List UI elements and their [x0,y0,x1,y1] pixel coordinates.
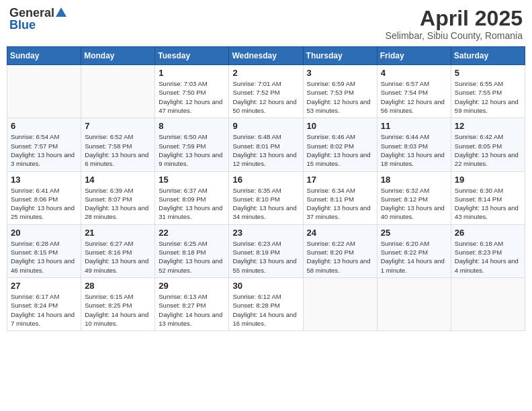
calendar-week-row: 13Sunrise: 6:41 AM Sunset: 8:06 PM Dayli… [7,171,525,224]
calendar-cell: 15Sunrise: 6:37 AM Sunset: 8:09 PM Dayli… [155,171,229,224]
day-number: 11 [381,121,447,131]
calendar-cell: 18Sunrise: 6:32 AM Sunset: 8:12 PM Dayli… [377,171,451,224]
day-detail: Sunrise: 6:48 AM Sunset: 8:01 PM Dayligh… [232,132,299,168]
day-detail: Sunrise: 6:37 AM Sunset: 8:09 PM Dayligh… [159,186,225,222]
day-detail: Sunrise: 6:30 AM Sunset: 8:14 PM Dayligh… [455,186,521,222]
calendar-cell [81,65,155,118]
day-number: 5 [455,68,521,78]
title-area: April 2025 Selimbar, Sibiu County, Roman… [386,7,523,41]
calendar-cell: 6Sunrise: 6:54 AM Sunset: 7:57 PM Daylig… [7,118,81,171]
calendar-cell: 11Sunrise: 6:44 AM Sunset: 8:03 PM Dayli… [377,118,451,171]
day-number: 12 [455,121,521,131]
page-header: General Blue April 2025 Selimbar, Sibiu … [7,7,525,41]
calendar-cell: 17Sunrise: 6:34 AM Sunset: 8:11 PM Dayli… [303,171,377,224]
calendar-cell: 20Sunrise: 6:28 AM Sunset: 8:15 PM Dayli… [7,224,81,277]
day-number: 6 [11,121,77,131]
calendar-table: SundayMondayTuesdayWednesdayThursdayFrid… [7,46,525,331]
day-detail: Sunrise: 6:15 AM Sunset: 8:25 PM Dayligh… [85,292,151,328]
header-day-sunday: Sunday [7,47,81,65]
day-detail: Sunrise: 6:22 AM Sunset: 8:20 PM Dayligh… [307,239,373,275]
calendar-cell: 4Sunrise: 6:57 AM Sunset: 7:54 PM Daylig… [377,65,451,118]
calendar-cell: 23Sunrise: 6:23 AM Sunset: 8:19 PM Dayli… [229,224,303,277]
day-detail: Sunrise: 6:42 AM Sunset: 8:05 PM Dayligh… [455,132,521,168]
calendar-cell: 3Sunrise: 6:59 AM Sunset: 7:53 PM Daylig… [303,65,377,118]
logo-bird-icon [56,7,66,17]
day-detail: Sunrise: 6:28 AM Sunset: 8:15 PM Dayligh… [11,239,77,275]
calendar-cell: 13Sunrise: 6:41 AM Sunset: 8:06 PM Dayli… [7,171,81,224]
day-detail: Sunrise: 6:54 AM Sunset: 7:57 PM Dayligh… [11,132,77,168]
day-number: 26 [455,228,521,238]
day-detail: Sunrise: 6:27 AM Sunset: 8:16 PM Dayligh… [85,239,151,275]
header-day-monday: Monday [81,47,155,65]
header-day-tuesday: Tuesday [155,47,229,65]
day-number: 25 [381,228,447,238]
header-day-saturday: Saturday [451,47,525,65]
day-number: 18 [381,175,447,185]
calendar-cell: 8Sunrise: 6:50 AM Sunset: 7:59 PM Daylig… [155,118,229,171]
day-detail: Sunrise: 6:23 AM Sunset: 8:19 PM Dayligh… [232,239,299,275]
calendar-cell: 27Sunrise: 6:17 AM Sunset: 8:24 PM Dayli… [7,277,81,330]
calendar-cell: 19Sunrise: 6:30 AM Sunset: 8:14 PM Dayli… [451,171,525,224]
calendar-cell: 24Sunrise: 6:22 AM Sunset: 8:20 PM Dayli… [303,224,377,277]
calendar-week-row: 27Sunrise: 6:17 AM Sunset: 8:24 PM Dayli… [7,277,525,330]
day-detail: Sunrise: 6:57 AM Sunset: 7:54 PM Dayligh… [381,79,447,115]
calendar-cell: 26Sunrise: 6:18 AM Sunset: 8:23 PM Dayli… [451,224,525,277]
day-number: 22 [159,228,225,238]
day-number: 15 [159,175,225,185]
day-number: 21 [85,228,151,238]
day-detail: Sunrise: 6:59 AM Sunset: 7:53 PM Dayligh… [307,79,373,115]
day-detail: Sunrise: 6:25 AM Sunset: 8:18 PM Dayligh… [159,239,225,275]
day-detail: Sunrise: 6:34 AM Sunset: 8:11 PM Dayligh… [307,186,373,222]
svg-marker-0 [56,7,66,17]
day-detail: Sunrise: 6:46 AM Sunset: 8:02 PM Dayligh… [307,132,373,168]
day-number: 8 [159,121,225,131]
calendar-header-row: SundayMondayTuesdayWednesdayThursdayFrid… [7,47,525,65]
day-detail: Sunrise: 7:03 AM Sunset: 7:50 PM Dayligh… [159,79,225,115]
day-number: 23 [232,228,299,238]
calendar-cell [377,277,451,330]
calendar-cell: 25Sunrise: 6:20 AM Sunset: 8:22 PM Dayli… [377,224,451,277]
calendar-cell: 7Sunrise: 6:52 AM Sunset: 7:58 PM Daylig… [81,118,155,171]
calendar-cell: 9Sunrise: 6:48 AM Sunset: 8:01 PM Daylig… [229,118,303,171]
calendar-cell [303,277,377,330]
day-detail: Sunrise: 6:13 AM Sunset: 8:27 PM Dayligh… [159,292,225,328]
calendar-subtitle: Selimbar, Sibiu County, Romania [386,30,523,41]
header-day-wednesday: Wednesday [229,47,303,65]
day-detail: Sunrise: 6:44 AM Sunset: 8:03 PM Dayligh… [381,132,447,168]
calendar-title: April 2025 [386,7,523,30]
calendar-cell: 10Sunrise: 6:46 AM Sunset: 8:02 PM Dayli… [303,118,377,171]
day-detail: Sunrise: 6:32 AM Sunset: 8:12 PM Dayligh… [381,186,447,222]
day-number: 10 [307,121,373,131]
calendar-cell: 1Sunrise: 7:03 AM Sunset: 7:50 PM Daylig… [155,65,229,118]
day-detail: Sunrise: 7:01 AM Sunset: 7:52 PM Dayligh… [232,79,299,115]
day-number: 20 [11,228,77,238]
day-number: 30 [232,281,299,291]
calendar-week-row: 6Sunrise: 6:54 AM Sunset: 7:57 PM Daylig… [7,118,525,171]
logo-blue: Blue [9,19,36,31]
day-number: 9 [232,121,299,131]
day-number: 19 [455,175,521,185]
calendar-cell: 28Sunrise: 6:15 AM Sunset: 8:25 PM Dayli… [81,277,155,330]
day-number: 29 [159,281,225,291]
day-number: 14 [85,175,151,185]
day-number: 17 [307,175,373,185]
day-detail: Sunrise: 6:12 AM Sunset: 8:28 PM Dayligh… [232,292,299,328]
day-detail: Sunrise: 6:55 AM Sunset: 7:55 PM Dayligh… [455,79,521,115]
day-detail: Sunrise: 6:17 AM Sunset: 8:24 PM Dayligh… [11,292,77,328]
day-number: 24 [307,228,373,238]
header-day-friday: Friday [377,47,451,65]
day-number: 2 [232,68,299,78]
calendar-week-row: 20Sunrise: 6:28 AM Sunset: 8:15 PM Dayli… [7,224,525,277]
logo: General Blue [9,7,66,31]
day-number: 28 [85,281,151,291]
day-number: 16 [232,175,299,185]
day-detail: Sunrise: 6:35 AM Sunset: 8:10 PM Dayligh… [232,186,299,222]
calendar-cell: 16Sunrise: 6:35 AM Sunset: 8:10 PM Dayli… [229,171,303,224]
logo-general: General [9,7,54,19]
calendar-cell: 2Sunrise: 7:01 AM Sunset: 7:52 PM Daylig… [229,65,303,118]
calendar-cell: 29Sunrise: 6:13 AM Sunset: 8:27 PM Dayli… [155,277,229,330]
day-number: 27 [11,281,77,291]
header-day-thursday: Thursday [303,47,377,65]
day-number: 13 [11,175,77,185]
day-detail: Sunrise: 6:41 AM Sunset: 8:06 PM Dayligh… [11,186,77,222]
